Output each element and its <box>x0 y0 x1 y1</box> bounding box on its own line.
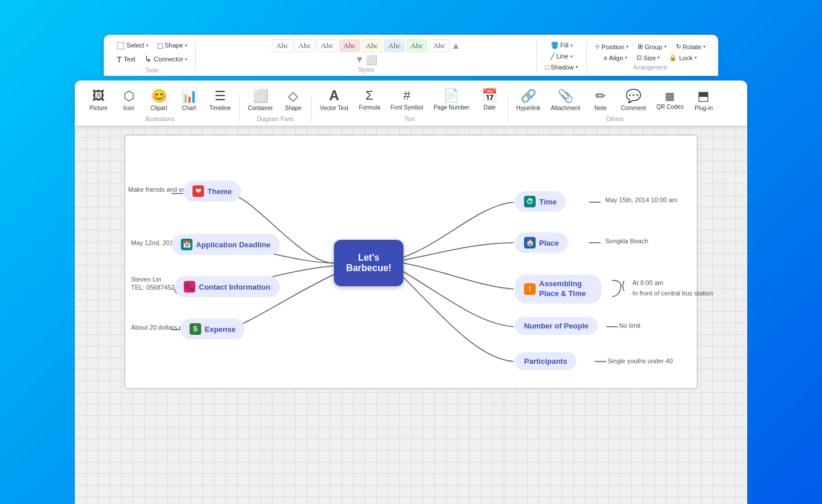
shape-tb2-button[interactable]: ◇ Shape <box>279 86 308 114</box>
arr-row1: ⊹ Position ▾ ⊞ Group ▾ ↻ Rotate ▾ <box>591 41 709 52</box>
canvas-wrapper[interactable]: ❤ Theme Make friends and enjoy life. 📅 A… <box>75 126 747 504</box>
tools-row1: ⬚ Select ▾ □ Shape ▾ <box>113 38 190 52</box>
style-swatch-5[interactable]: Abc <box>362 39 383 52</box>
app-deadline-side-label: May 12nd, 2014 <box>131 239 177 246</box>
fill-icon: 🪣 <box>551 42 559 49</box>
style-swatch-7[interactable]: Abc <box>406 39 427 52</box>
node-app-deadline[interactable]: 📅 Application Deadline <box>172 234 280 255</box>
style-swatch-2[interactable]: Abc <box>294 39 315 52</box>
styles-scroll-down[interactable]: ▼ <box>355 54 364 65</box>
container-button[interactable]: ⬜ Container <box>243 86 277 114</box>
page-number-button[interactable]: 📄 Page Number <box>429 86 474 113</box>
clipart-button[interactable]: 😊 Clipart <box>144 86 173 114</box>
icon-icon: ⬡ <box>123 89 134 104</box>
arrangement-label: Arrangement <box>634 64 667 71</box>
position-button[interactable]: ⊹ Position ▾ <box>591 41 632 52</box>
align-button[interactable]: ≡ Align ▾ <box>600 53 631 63</box>
lock-button[interactable]: 🔒 Lock ▾ <box>665 52 700 63</box>
time-side-label: May 15th, 2014 10:00 am <box>605 196 678 203</box>
assembling-bracket-label2: In front of central bus station <box>632 290 713 297</box>
plugin-button[interactable]: ⬒ Plug-in <box>689 86 718 114</box>
node-expense[interactable]: S Expense <box>180 319 245 339</box>
node-participants[interactable]: Participants <box>515 352 576 370</box>
app-deadline-icon: 📅 <box>181 239 192 250</box>
place-icon: 🏠 <box>524 237 536 249</box>
timeline-button[interactable]: ☰ Timeline <box>205 86 235 114</box>
diagram-section: ⬜ Container ◇ Shape Diagram Parts <box>243 86 307 122</box>
comment-icon: 💬 <box>625 89 641 104</box>
node-center[interactable]: Let's Barbecue! <box>334 240 403 286</box>
position-icon: ⊹ <box>595 43 600 50</box>
timeline-icon: ☰ <box>214 89 226 104</box>
others-items: 🔗 Hyperlink 📎 Attachment ✏ Note 💬 Commen… <box>512 86 718 114</box>
styles-label: Styles <box>358 67 374 73</box>
divider-2 <box>536 39 537 74</box>
icon-button[interactable]: ⬡ Icon <box>114 86 143 114</box>
vector-text-button[interactable]: A Vector Text <box>315 85 353 114</box>
text-button[interactable]: T Text <box>113 53 139 66</box>
arr-row2: ≡ Align ▾ ⊡ Size ▾ 🔒 Lock ▾ <box>600 52 700 63</box>
node-number-people[interactable]: Number of People <box>515 317 598 335</box>
illustrations-items: 🖼 Picture ⬡ Icon 😊 Clipart 📊 Chart ☰ Tim… <box>84 86 235 114</box>
styles-scroll-up[interactable]: ▲ <box>452 41 461 51</box>
select-button[interactable]: ⬚ Select ▾ <box>113 38 152 52</box>
theme-icon: ❤ <box>192 185 204 197</box>
node-assembling[interactable]: ! Assembling Place & Time <box>515 275 602 304</box>
text-icon: T <box>117 54 122 64</box>
font-symbol-button[interactable]: # Font Symbol <box>386 86 428 113</box>
style-swatch-8[interactable]: Abc <box>429 39 450 52</box>
comment-button[interactable]: 💬 Comment <box>616 86 650 114</box>
toolbar-2: 🖼 Picture ⬡ Icon 😊 Clipart 📊 Chart ☰ Tim… <box>75 81 747 126</box>
formula-icon: Σ <box>366 88 374 103</box>
shape-button[interactable]: □ Shape ▾ <box>154 39 191 52</box>
date-button[interactable]: 📅 Date <box>475 86 504 113</box>
style-swatch-1[interactable]: Abc <box>272 39 293 52</box>
picture-button[interactable]: 🖼 Picture <box>84 86 113 114</box>
style-swatch-4[interactable]: Abc <box>339 39 360 52</box>
connector-button[interactable]: ↳ Connector ▾ <box>141 52 191 66</box>
fill-row: 🪣 Fill ▾ <box>547 40 576 51</box>
attachment-button[interactable]: 📎 Attachment <box>546 86 585 114</box>
note-button[interactable]: ✏ Note <box>586 86 615 114</box>
node-theme[interactable]: ❤ Theme <box>183 181 241 202</box>
text-items: A Vector Text Σ Formula # Font Symbol 📄 … <box>315 85 504 114</box>
participants-side-label: Single youths under 40 <box>608 357 673 364</box>
node-contact[interactable]: 📞 Contact Information <box>174 276 280 297</box>
group-icon: ⊞ <box>638 43 643 50</box>
hyperlink-button[interactable]: 🔗 Hyperlink <box>512 86 545 114</box>
hyperlink-icon: 🔗 <box>521 89 536 104</box>
time-icon: ⏱ <box>524 196 536 207</box>
expense-icon: S <box>190 323 201 335</box>
formula-button[interactable]: Σ Formula <box>354 86 385 113</box>
chart-button[interactable]: 📊 Chart <box>174 86 203 114</box>
canvas-document[interactable]: ❤ Theme Make friends and enjoy life. 📅 A… <box>124 134 698 389</box>
style-swatch-3[interactable]: Abc <box>317 39 338 52</box>
tools-section: ⬚ Select ▾ □ Shape ▾ T Text ↳ Connector … <box>113 38 191 74</box>
shadow-button[interactable]: □ Shadow ▾ <box>541 62 581 72</box>
rotate-icon: ↻ <box>676 43 681 50</box>
styles-expand[interactable]: ⬜ <box>366 54 377 65</box>
page-number-icon: 📄 <box>443 88 459 103</box>
connector-icon: ↳ <box>144 54 152 64</box>
node-place[interactable]: 🏠 Place <box>515 232 568 253</box>
tools-label: Tools <box>145 67 158 74</box>
divider-3 <box>586 39 587 74</box>
text-section: A Vector Text Σ Formula # Font Symbol 📄 … <box>315 85 504 122</box>
diagram-items: ⬜ Container ◇ Shape <box>243 86 307 114</box>
others-section: 🔗 Hyperlink 📎 Attachment ✏ Note 💬 Commen… <box>512 86 718 122</box>
style-swatch-6[interactable]: Abc <box>384 39 405 52</box>
node-time[interactable]: ⏱ Time <box>515 191 566 212</box>
rotate-button[interactable]: ↻ Rotate ▾ <box>672 41 709 52</box>
fill-section: 🪣 Fill ▾ ╱ Line ▾ □ Shadow ▾ <box>541 40 581 72</box>
arrangement-section: ⊹ Position ▾ ⊞ Group ▾ ↻ Rotate ▾ ≡ Alig… <box>591 41 709 71</box>
text-label: Text <box>315 116 504 122</box>
container-icon: ⬜ <box>253 89 268 104</box>
size-button[interactable]: ⊡ Size ▾ <box>633 52 663 63</box>
assembling-bracket: { <box>621 279 625 291</box>
group-button[interactable]: ⊞ Group ▾ <box>634 41 670 52</box>
assembling-bracket-label1: At 8:00 am <box>632 279 663 286</box>
qr-codes-button[interactable]: ▦ QR Codes <box>652 87 688 112</box>
line-button[interactable]: ╱ Line ▾ <box>547 51 576 62</box>
fill-button[interactable]: 🪣 Fill ▾ <box>547 40 576 51</box>
font-symbol-icon: # <box>403 88 410 103</box>
